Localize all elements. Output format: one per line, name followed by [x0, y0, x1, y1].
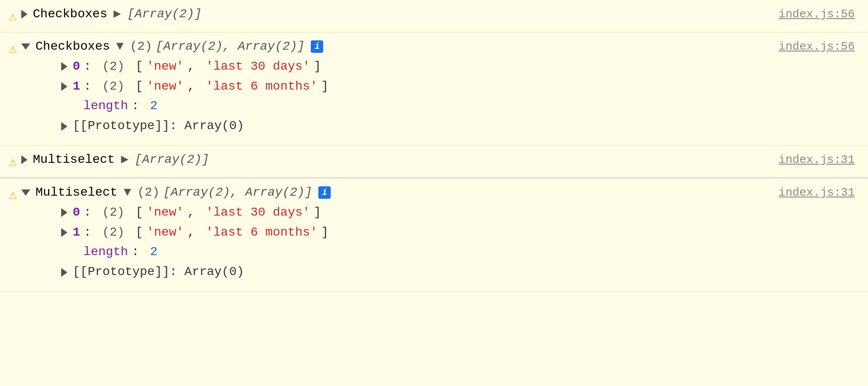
child-val1-4-0: 'new': [147, 203, 184, 223]
child-length-4: length : 2: [21, 242, 859, 262]
child-colon-4-1: :: [84, 223, 99, 243]
info-badge-4[interactable]: i: [318, 186, 331, 199]
entry-inner-4: Multiselect ▼ (2) [Array(2), Array(2)] i…: [21, 183, 859, 282]
child-val1-4-1: 'new': [147, 223, 184, 243]
child-val2-2-1: 'last 6 months': [206, 77, 317, 97]
proto-text-4: [[Prototype]]: Array(0): [73, 262, 244, 282]
child-comma-2-0: ,: [188, 57, 203, 77]
child-count-4-0: (2): [102, 203, 124, 223]
file-link-2[interactable]: index.js:56: [778, 38, 859, 56]
child-bracket-close-4-0: ]: [313, 203, 321, 223]
entry-label-3: Multiselect: [33, 150, 115, 170]
arrow-sep-4: ▼: [124, 183, 131, 203]
entry-value-2: [Array(2), Array(2)]: [156, 37, 305, 57]
child-comma-4-0: ,: [188, 203, 203, 223]
child-comma-2-1: ,: [188, 77, 203, 97]
child-proto-2: [[Prototype]]: Array(0): [21, 116, 859, 136]
child-bracket-close-2-1: ]: [321, 77, 328, 97]
child-row-4-0: 0 : (2) [ 'new' , 'last 30 days' ]: [21, 203, 859, 223]
child-row-4-1: 1 : (2) [ 'new' , 'last 6 months' ]: [21, 223, 859, 243]
length-val-2: 2: [150, 96, 158, 116]
child-colon-4-0: :: [84, 203, 99, 223]
proto-text-2: [[Prototype]]: Array(0): [73, 116, 244, 136]
child-count-4-1: (2): [102, 223, 124, 243]
length-key-2: length: [83, 96, 128, 116]
child-val1-2-0: 'new': [147, 57, 184, 77]
proto-expand-4[interactable]: [61, 268, 67, 277]
child-row-2-0: 0 : (2) [ 'new' , 'last 30 days' ]: [21, 57, 859, 77]
child-count-2-0: (2): [102, 57, 124, 77]
entry-count-2: (2): [130, 37, 152, 57]
entry-label-2: Checkboxes: [35, 37, 110, 57]
file-link-3[interactable]: index.js:31: [778, 151, 859, 169]
length-key-4: length: [83, 242, 128, 262]
child-bracket-open-4-0: [: [128, 203, 143, 223]
child-index-4-0: 0: [73, 203, 80, 223]
log-entry-2: ⚠ Checkboxes ▼ (2) [Array(2), Array(2)] …: [0, 32, 868, 146]
child-val2-4-0: 'last 30 days': [206, 203, 310, 223]
child-comma-4-1: ,: [188, 223, 203, 243]
child-colon-2-1: :: [84, 77, 99, 97]
expand-arrow-1[interactable]: [21, 10, 27, 19]
entry-value-4: [Array(2), Array(2)]: [163, 183, 312, 203]
child-index-4-1: 1: [73, 223, 80, 243]
proto-expand-2[interactable]: [61, 122, 67, 131]
entry-value-3: [Array(2)]: [135, 150, 209, 170]
warning-icon-1: ⚠: [9, 6, 17, 28]
child-expand-2-0[interactable]: [61, 62, 67, 71]
entry-value-1: [Array(2)]: [127, 4, 202, 24]
collapse-arrow-4[interactable]: [21, 189, 30, 196]
child-bracket-close-2-0: ]: [313, 57, 321, 77]
info-badge-2[interactable]: i: [311, 40, 323, 53]
file-link-4[interactable]: index.js:31: [778, 184, 859, 202]
entry-inner-2: Checkboxes ▼ (2) [Array(2), Array(2)] i …: [21, 37, 859, 136]
child-count-2-1: (2): [102, 77, 124, 97]
child-bracket-open-4-1: [: [128, 223, 143, 243]
entry-count-4: (2): [137, 183, 160, 203]
warning-icon-3: ⚠: [9, 152, 17, 173]
arrow-sep-1: ▶: [113, 4, 121, 24]
log-row-4: Multiselect ▼ (2) [Array(2), Array(2)] i…: [21, 183, 859, 203]
child-bracket-open-2-0: [: [128, 57, 143, 77]
collapse-arrow-2[interactable]: [21, 43, 30, 50]
child-length-2: length : 2: [21, 96, 859, 116]
entry-inner-3: Multiselect ▶ [Array(2)] index.js:31: [21, 150, 859, 170]
child-index-2-1: 1: [73, 77, 80, 97]
child-row-2-1: 1 : (2) [ 'new' , 'last 6 months' ]: [21, 77, 859, 97]
log-entry-3: ⚠ Multiselect ▶ [Array(2)] index.js:31: [0, 146, 868, 178]
child-proto-4: [[Prototype]]: Array(0): [21, 262, 859, 282]
child-colon-2-0: :: [84, 57, 99, 77]
expand-arrow-3[interactable]: [21, 155, 27, 164]
child-bracket-open-2-1: [: [128, 77, 143, 97]
log-row-2: Checkboxes ▼ (2) [Array(2), Array(2)] i …: [21, 37, 859, 57]
child-bracket-close-4-1: ]: [321, 223, 328, 243]
child-val2-4-1: 'last 6 months': [206, 223, 317, 243]
child-index-2-0: 0: [73, 57, 80, 77]
warning-icon-4: ⚠: [9, 185, 17, 206]
arrow-sep-2: ▼: [116, 37, 124, 57]
log-row-1: Checkboxes ▶ [Array(2)] index.js:56: [21, 4, 859, 24]
child-val1-2-1: 'new': [147, 77, 184, 97]
length-colon-4: :: [132, 242, 147, 262]
child-expand-4-1[interactable]: [61, 228, 67, 237]
file-link-1[interactable]: index.js:56: [778, 5, 859, 24]
child-expand-4-0[interactable]: [61, 208, 67, 217]
log-entry-1: ⚠ Checkboxes ▶ [Array(2)] index.js:56: [0, 0, 868, 32]
log-row-3: Multiselect ▶ [Array(2)] index.js:31: [21, 150, 859, 170]
child-expand-2-1[interactable]: [61, 82, 67, 91]
child-val2-2-0: 'last 30 days': [206, 57, 310, 77]
log-entry-4: ⚠ Multiselect ▼ (2) [Array(2), Array(2)]…: [0, 178, 868, 291]
warning-icon-2: ⚠: [9, 39, 17, 60]
length-val-4: 2: [150, 242, 158, 262]
arrow-sep-3: ▶: [121, 150, 129, 170]
entry-inner-1: Checkboxes ▶ [Array(2)] index.js:56: [21, 4, 859, 24]
entry-label-4: Multiselect: [35, 183, 117, 203]
console-panel: ⚠ Checkboxes ▶ [Array(2)] index.js:56 ⚠ …: [0, 0, 868, 291]
entry-label-1: Checkboxes: [33, 4, 107, 24]
length-colon-2: :: [132, 96, 147, 116]
